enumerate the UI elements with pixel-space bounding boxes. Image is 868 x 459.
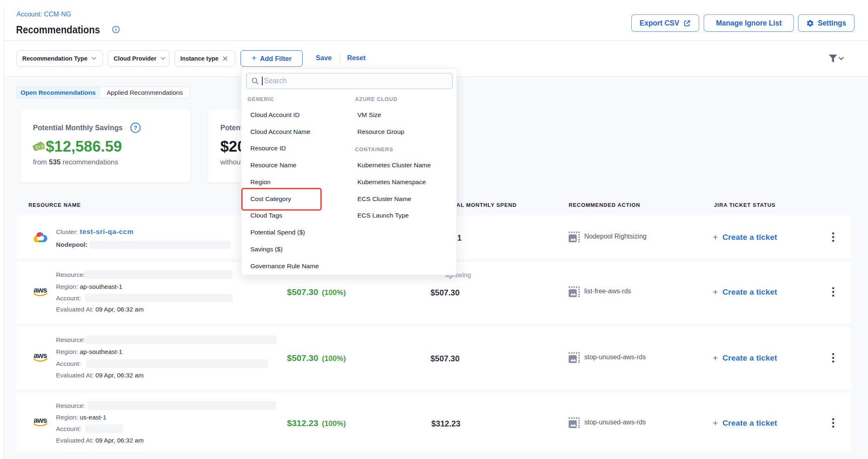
svg-text:aws: aws: [34, 351, 47, 360]
svg-text:aws: aws: [34, 416, 47, 424]
svg-text:?: ?: [134, 124, 138, 131]
svg-text:aws: aws: [34, 286, 47, 294]
